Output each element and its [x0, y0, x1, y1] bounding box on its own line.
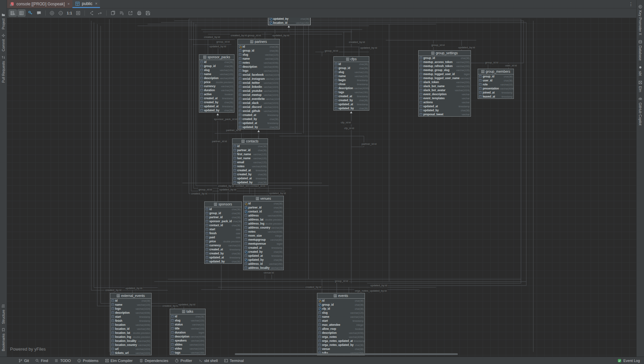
table-column-row[interactable]: cfp_idchar(36)	[317, 307, 365, 311]
table-column-row[interactable]: idchar(36)	[244, 201, 283, 205]
table-column-row[interactable]: durationbigint	[170, 330, 205, 335]
table-column-row[interactable]: namevarchar(120)	[110, 303, 151, 307]
table-column-row[interactable]: user_idchar(36)	[478, 78, 514, 82]
toolwindow-button-bookmarks[interactable]: Bookmarks	[0, 328, 7, 351]
table-column-row[interactable]: max_attendeeinteger	[317, 323, 365, 327]
comments-button[interactable]	[35, 9, 43, 17]
toolwindow-button-pull-requests[interactable]: Pull Requests	[0, 55, 7, 83]
table-column-row[interactable]: slugvarchar(120)	[317, 311, 365, 315]
diagram-columns-button[interactable]	[17, 9, 25, 17]
table-header[interactable]: cfps	[334, 57, 369, 62]
table-column-row[interactable]: startdate	[205, 227, 241, 231]
table-column-row[interactable]: group_idchar(36)	[238, 49, 279, 53]
table-column-row[interactable]: emailvarchar(120)	[232, 160, 268, 164]
table-column-row[interactable]: slack_bot_namevarchar(120)	[419, 84, 471, 88]
table-column-row[interactable]: updated_attimestamp	[419, 104, 471, 108]
table-column-row[interactable]: activeboolean	[199, 92, 234, 96]
copy-diagram-button[interactable]	[109, 9, 117, 17]
toolwindow-button-github-copilot[interactable]: GitHub Copilot	[637, 97, 644, 125]
table-column-row[interactable]: created_bychar(36)	[205, 251, 241, 255]
table-column-row[interactable]: partner_idchar(36)	[205, 215, 241, 219]
table-column-row[interactable]: orga_notes_updated_bychar(36)	[317, 343, 365, 347]
table-header[interactable]: sponsor_packs	[199, 55, 234, 60]
table-column-row[interactable]: created_bychar(36)	[232, 172, 268, 176]
table-column-row[interactable]: slugvarchar(120)	[238, 53, 279, 57]
table-column-row[interactable]: idchar(36)	[232, 144, 268, 148]
diagram-table-talks[interactable]: talksidchar(36)slugvarchar(120)statusvar…	[170, 309, 206, 355]
table-column-row[interactable]: logovarchar(1024)	[110, 307, 151, 311]
table-column-row[interactable]: tagsvarchar(150)	[334, 90, 369, 94]
diagram-table-sponsor_packs[interactable]: sponsor_packsidchar(36)group_idchar(36)s…	[199, 54, 234, 113]
table-column-row[interactable]: updated_bychar(36)	[268, 18, 310, 21]
table-column-row[interactable]: location_idvarchar(150)	[268, 21, 310, 25]
table-column-row[interactable]: updated_bychar(36)	[238, 125, 279, 129]
table-column-row[interactable]: created_attimestamp	[244, 246, 283, 250]
diagram-canvas[interactable]: Powered by yFiles created_by:idgroup_id:…	[7, 18, 636, 357]
toolwindow-button-elm[interactable]: Elm	[637, 80, 644, 92]
status-item-git[interactable]: Git	[18, 359, 29, 363]
table-column-row[interactable]: location_latdouble precision	[110, 331, 151, 335]
table-column-row[interactable]: updated_attimestamp	[199, 104, 234, 108]
table-column-row[interactable]: idchar(36)	[199, 60, 234, 64]
table-header[interactable]: sponsors	[205, 202, 241, 207]
table-column-row[interactable]: logovarchar(1024)	[238, 69, 279, 73]
diagram-table-external_events[interactable]: external_eventsidchar(36)namevarchar(120…	[110, 293, 152, 355]
table-column-row[interactable]: descriptionvarchar(4096)	[317, 331, 365, 335]
table-column-row[interactable]: room_sizeinteger	[244, 234, 283, 238]
table-column-row[interactable]: slidesvarchar(1024)	[170, 343, 205, 347]
table-column-row[interactable]: allow_rsvpboolean	[317, 327, 365, 331]
toolwindow-button-key-promoter-x[interactable]: Key Promoter X	[637, 5, 644, 35]
toolwindow-button-commit[interactable]: Commit	[0, 34, 7, 51]
table-column-row[interactable]: partner_idchar(36)	[244, 205, 283, 209]
export-image-button[interactable]	[126, 9, 135, 17]
status-item-todo[interactable]: TODO	[54, 359, 71, 363]
table-column-row[interactable]: updated_bychar(36)	[419, 108, 471, 112]
table-column-row[interactable]: proposal_tweetvarchar	[419, 112, 471, 116]
diagram-table-cfps[interactable]: cfpsidchar(36)group_idchar(36)slugvarcha…	[333, 56, 369, 111]
table-column-row[interactable]: presentationvarchar(4096)	[478, 86, 514, 90]
diagram-table-sponsors[interactable]: sponsorsidchar(36)group_idchar(36)partne…	[204, 201, 242, 264]
table-column-row[interactable]: namevarchar(120)	[317, 315, 365, 319]
table-column-row[interactable]: descriptionvarchar(4096)	[110, 311, 151, 315]
table-column-row[interactable]: begintimestamp	[334, 78, 369, 82]
table-column-row[interactable]: slugvarchar(120)	[170, 318, 205, 322]
table-column-row[interactable]: slugvarchar(120)	[334, 70, 369, 74]
table-column-row[interactable]: locationvarchar(4096)	[110, 323, 151, 327]
table-header[interactable]: talks	[170, 309, 205, 314]
table-column-row[interactable]: updated_bychar(36)	[205, 259, 241, 263]
table-column-row[interactable]: descriptionvarchar(4096)	[334, 86, 369, 90]
table-column-row[interactable]: notesvarchar(4096)	[244, 230, 283, 234]
table-header[interactable]: partners	[238, 39, 279, 45]
table-column-row[interactable]: tagsvarchar(150)	[170, 351, 205, 355]
table-header[interactable]: events	[317, 293, 365, 299]
table-column-row[interactable]: namevarchar(120)	[334, 74, 369, 78]
table-column-row[interactable]: social_discordvarchar(1024)	[238, 105, 279, 109]
table-column-row[interactable]: contact_idchar(36)	[244, 209, 283, 214]
table-column-row[interactable]: social_githubvarchar(1024)	[238, 109, 279, 113]
table-column-row[interactable]: namevarchar(120)	[199, 72, 234, 76]
diagram-table-venues[interactable]: venuesidchar(36)partner_idchar(36)contac…	[243, 196, 284, 270]
save-button[interactable]	[144, 9, 152, 17]
table-column-row[interactable]: location_countryvarchar(30)	[110, 343, 151, 347]
status-item-event-log[interactable]: Event Log	[618, 359, 640, 363]
table-column-row[interactable]: meetup_logged_user_namevarchar(120)	[419, 76, 471, 80]
zoom-out-button[interactable]	[57, 9, 65, 17]
edit-properties-button[interactable]	[118, 9, 126, 17]
table-column-row[interactable]: event_descriptionvarchar	[419, 92, 471, 96]
table-column-row[interactable]: updated_attimestamp	[238, 121, 279, 125]
table-column-row[interactable]: address_latdouble precision	[244, 218, 283, 222]
table-column-row[interactable]: location_localityvarchar(50)	[110, 339, 151, 343]
table-column-row[interactable]: descriptionvarchar(4096)	[199, 76, 234, 80]
table-column-row[interactable]: sponsor_pack_idchar(36)	[205, 219, 241, 223]
table-column-row[interactable]: updated_bychar(36)	[334, 106, 369, 110]
table-column-row[interactable]: updated_attimestamp	[205, 255, 241, 259]
table-header[interactable]: external_events	[110, 293, 151, 299]
table-column-row[interactable]: notesvarchar(4096)	[232, 164, 268, 168]
table-column-row[interactable]: descriptionvarchar(4096)	[238, 65, 279, 69]
diagram-table-clipped[interactable]: updated_bychar(36)location_idvarchar(150…	[268, 18, 311, 25]
tab-public[interactable]: public ×	[72, 0, 100, 8]
table-column-row[interactable]: actionsvarchar	[419, 100, 471, 104]
table-column-row[interactable]: namevarchar(120)	[238, 57, 279, 61]
table-header[interactable]: group_members	[478, 69, 514, 74]
table-column-row[interactable]: meetup_group_slugvarchar(120)	[419, 68, 471, 72]
